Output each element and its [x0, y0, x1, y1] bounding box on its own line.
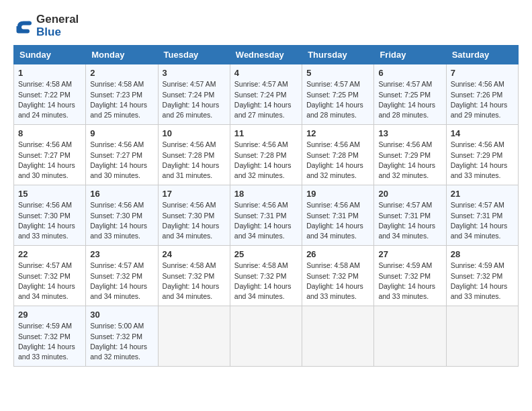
- day-number: 28: [451, 249, 514, 259]
- calendar: SundayMondayTuesdayWednesdayThursdayFrid…: [13, 45, 519, 367]
- calendar-cell: 6Sunrise: 4:57 AMSunset: 7:25 PMDaylight…: [374, 64, 446, 125]
- day-info: Sunrise: 4:56 AMSunset: 7:26 PMDaylight:…: [451, 79, 514, 120]
- day-number: 13: [378, 128, 441, 138]
- calendar-header: SundayMondayTuesdayWednesdayThursdayFrid…: [14, 46, 519, 64]
- calendar-week-5: 29Sunrise: 4:59 AMSunset: 7:32 PMDayligh…: [14, 306, 519, 367]
- day-info: Sunrise: 4:57 AMSunset: 7:24 PMDaylight:…: [163, 79, 226, 120]
- day-info: Sunrise: 4:59 AMSunset: 7:32 PMDaylight:…: [378, 261, 441, 302]
- day-info: Sunrise: 4:59 AMSunset: 7:32 PMDaylight:…: [18, 321, 81, 362]
- calendar-cell: 9Sunrise: 4:56 AMSunset: 7:27 PMDaylight…: [86, 125, 158, 185]
- calendar-header-tuesday: Tuesday: [158, 46, 230, 64]
- day-info: Sunrise: 4:56 AMSunset: 7:28 PMDaylight:…: [234, 140, 298, 181]
- calendar-cell: 10Sunrise: 4:56 AMSunset: 7:28 PMDayligh…: [158, 125, 230, 185]
- day-number: 21: [451, 189, 514, 199]
- calendar-header-saturday: Saturday: [446, 46, 518, 64]
- day-info: Sunrise: 4:56 AMSunset: 7:28 PMDaylight:…: [306, 140, 369, 181]
- calendar-body: 1Sunrise: 4:58 AMSunset: 7:22 PMDaylight…: [14, 64, 519, 367]
- day-info: Sunrise: 4:57 AMSunset: 7:31 PMDaylight:…: [378, 200, 441, 241]
- calendar-cell: 19Sunrise: 4:56 AMSunset: 7:31 PMDayligh…: [302, 185, 374, 246]
- day-number: 11: [234, 128, 298, 138]
- calendar-cell: 2Sunrise: 4:58 AMSunset: 7:23 PMDaylight…: [86, 64, 158, 125]
- day-number: 5: [306, 68, 369, 78]
- calendar-cell: 30Sunrise: 5:00 AMSunset: 7:32 PMDayligh…: [86, 306, 158, 367]
- day-info: Sunrise: 4:56 AMSunset: 7:28 PMDaylight:…: [163, 140, 226, 181]
- calendar-cell: [230, 306, 302, 367]
- calendar-header-thursday: Thursday: [302, 46, 374, 64]
- calendar-cell: [446, 306, 518, 367]
- calendar-cell: 27Sunrise: 4:59 AMSunset: 7:32 PMDayligh…: [374, 246, 446, 306]
- calendar-cell: 7Sunrise: 4:56 AMSunset: 7:26 PMDaylight…: [446, 64, 518, 125]
- day-number: 12: [306, 128, 369, 138]
- calendar-cell: 4Sunrise: 4:57 AMSunset: 7:24 PMDaylight…: [230, 64, 302, 125]
- calendar-header-sunday: Sunday: [14, 46, 86, 64]
- day-info: Sunrise: 4:57 AMSunset: 7:32 PMDaylight:…: [90, 261, 153, 302]
- day-number: 9: [90, 128, 153, 138]
- calendar-cell: 8Sunrise: 4:56 AMSunset: 7:27 PMDaylight…: [14, 125, 86, 185]
- day-number: 23: [90, 249, 153, 259]
- day-number: 19: [306, 189, 369, 199]
- day-number: 10: [163, 128, 226, 138]
- calendar-cell: 17Sunrise: 4:56 AMSunset: 7:30 PMDayligh…: [158, 185, 230, 246]
- logo-text-blue: Blue: [36, 26, 79, 39]
- calendar-cell: 16Sunrise: 4:56 AMSunset: 7:30 PMDayligh…: [86, 185, 158, 246]
- calendar-header-friday: Friday: [374, 46, 446, 64]
- calendar-cell: [374, 306, 446, 367]
- day-number: 6: [378, 68, 441, 78]
- calendar-cell: 28Sunrise: 4:59 AMSunset: 7:32 PMDayligh…: [446, 246, 518, 306]
- day-info: Sunrise: 4:56 AMSunset: 7:30 PMDaylight:…: [163, 200, 226, 241]
- calendar-week-1: 1Sunrise: 4:58 AMSunset: 7:22 PMDaylight…: [14, 64, 519, 125]
- calendar-cell: 20Sunrise: 4:57 AMSunset: 7:31 PMDayligh…: [374, 185, 446, 246]
- day-info: Sunrise: 4:57 AMSunset: 7:24 PMDaylight:…: [234, 79, 298, 120]
- day-number: 7: [451, 68, 514, 78]
- calendar-cell: 24Sunrise: 4:58 AMSunset: 7:32 PMDayligh…: [158, 246, 230, 306]
- calendar-cell: 12Sunrise: 4:56 AMSunset: 7:28 PMDayligh…: [302, 125, 374, 185]
- day-info: Sunrise: 4:56 AMSunset: 7:29 PMDaylight:…: [451, 140, 514, 181]
- calendar-cell: 1Sunrise: 4:58 AMSunset: 7:22 PMDaylight…: [14, 64, 86, 125]
- calendar-cell: 29Sunrise: 4:59 AMSunset: 7:32 PMDayligh…: [14, 306, 86, 367]
- day-info: Sunrise: 4:56 AMSunset: 7:30 PMDaylight:…: [90, 200, 153, 241]
- calendar-cell: 13Sunrise: 4:56 AMSunset: 7:29 PMDayligh…: [374, 125, 446, 185]
- day-info: Sunrise: 4:56 AMSunset: 7:31 PMDaylight:…: [234, 200, 298, 241]
- day-info: Sunrise: 4:56 AMSunset: 7:29 PMDaylight:…: [378, 140, 441, 181]
- calendar-week-2: 8Sunrise: 4:56 AMSunset: 7:27 PMDaylight…: [14, 125, 519, 185]
- header: General Blue: [13, 13, 519, 38]
- day-info: Sunrise: 4:58 AMSunset: 7:22 PMDaylight:…: [18, 79, 81, 120]
- day-number: 20: [378, 189, 441, 199]
- calendar-header-monday: Monday: [86, 46, 158, 64]
- day-number: 2: [90, 68, 153, 78]
- day-info: Sunrise: 4:56 AMSunset: 7:27 PMDaylight:…: [90, 140, 153, 181]
- day-info: Sunrise: 4:56 AMSunset: 7:30 PMDaylight:…: [18, 200, 81, 241]
- day-number: 22: [18, 249, 81, 259]
- day-info: Sunrise: 4:59 AMSunset: 7:32 PMDaylight:…: [451, 261, 514, 302]
- day-number: 15: [18, 189, 81, 199]
- day-number: 3: [163, 68, 226, 78]
- calendar-cell: 21Sunrise: 4:57 AMSunset: 7:31 PMDayligh…: [446, 185, 518, 246]
- logo: General Blue: [13, 13, 79, 38]
- calendar-cell: [158, 306, 230, 367]
- calendar-cell: 11Sunrise: 4:56 AMSunset: 7:28 PMDayligh…: [230, 125, 302, 185]
- day-number: 1: [18, 68, 81, 78]
- day-info: Sunrise: 4:57 AMSunset: 7:32 PMDaylight:…: [18, 261, 81, 302]
- day-number: 14: [451, 128, 514, 138]
- calendar-header-wednesday: Wednesday: [230, 46, 302, 64]
- day-number: 26: [306, 249, 369, 259]
- day-number: 29: [18, 310, 81, 320]
- day-info: Sunrise: 4:58 AMSunset: 7:32 PMDaylight:…: [306, 261, 369, 302]
- day-number: 8: [18, 128, 81, 138]
- calendar-cell: 22Sunrise: 4:57 AMSunset: 7:32 PMDayligh…: [14, 246, 86, 306]
- calendar-cell: [302, 306, 374, 367]
- calendar-cell: 15Sunrise: 4:56 AMSunset: 7:30 PMDayligh…: [14, 185, 86, 246]
- calendar-week-3: 15Sunrise: 4:56 AMSunset: 7:30 PMDayligh…: [14, 185, 519, 246]
- calendar-cell: 14Sunrise: 4:56 AMSunset: 7:29 PMDayligh…: [446, 125, 518, 185]
- day-info: Sunrise: 4:58 AMSunset: 7:32 PMDaylight:…: [234, 261, 298, 302]
- day-info: Sunrise: 4:57 AMSunset: 7:31 PMDaylight:…: [451, 200, 514, 241]
- day-info: Sunrise: 5:00 AMSunset: 7:32 PMDaylight:…: [90, 321, 153, 362]
- day-number: 30: [90, 310, 153, 320]
- calendar-cell: 23Sunrise: 4:57 AMSunset: 7:32 PMDayligh…: [86, 246, 158, 306]
- day-info: Sunrise: 4:58 AMSunset: 7:23 PMDaylight:…: [90, 79, 153, 120]
- day-info: Sunrise: 4:56 AMSunset: 7:31 PMDaylight:…: [306, 200, 369, 241]
- day-number: 18: [234, 189, 298, 199]
- day-info: Sunrise: 4:56 AMSunset: 7:27 PMDaylight:…: [18, 140, 81, 181]
- calendar-week-4: 22Sunrise: 4:57 AMSunset: 7:32 PMDayligh…: [14, 246, 519, 306]
- day-info: Sunrise: 4:58 AMSunset: 7:32 PMDaylight:…: [163, 261, 226, 302]
